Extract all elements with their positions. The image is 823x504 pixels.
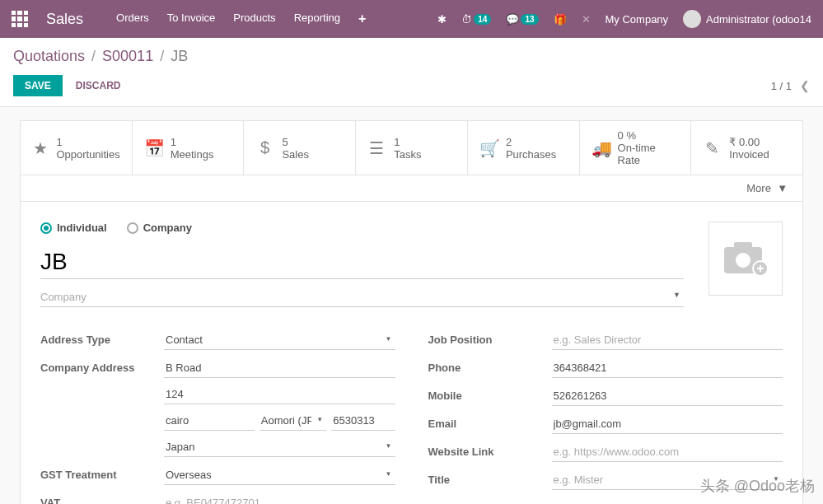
gift-icon[interactable]: 🎁 <box>554 13 567 26</box>
top-navbar: Sales Orders To Invoice Products Reporti… <box>0 0 823 38</box>
tasks-icon: ☰ <box>367 138 386 158</box>
breadcrumb-mid[interactable]: S00011 <box>102 48 153 65</box>
stat-invoiced[interactable]: ✎₹ 0.00Invoiced <box>691 121 802 175</box>
star-icon: ★ <box>32 138 48 158</box>
state-select[interactable] <box>260 411 326 431</box>
email-input[interactable] <box>552 414 783 434</box>
street2-input[interactable] <box>164 385 395 404</box>
zip-input[interactable] <box>331 411 395 431</box>
user-menu[interactable]: Administrator (odoo14 <box>683 10 811 28</box>
apps-icon[interactable] <box>12 11 28 27</box>
tools-icon[interactable]: ✕ <box>582 13 591 26</box>
nav-reporting[interactable]: Reporting <box>294 12 340 26</box>
radio-company[interactable]: Company <box>127 222 192 234</box>
discard-button[interactable]: DISCARD <box>76 80 121 91</box>
control-panel: Quotations / S00011 / JB SAVE DISCARD 1 … <box>0 38 823 107</box>
stat-tasks[interactable]: ☰1Tasks <box>356 121 468 175</box>
avatar-icon <box>683 10 701 28</box>
city-input[interactable] <box>164 411 255 431</box>
cart-icon: 🛒 <box>479 138 498 158</box>
label-mobile: Mobile <box>428 386 552 402</box>
watermark: 头条 @Odoo老杨 <box>700 476 815 496</box>
mobile-input[interactable] <box>552 386 783 406</box>
label-phone: Phone <box>428 358 552 374</box>
country-select[interactable] <box>164 437 395 457</box>
pager-prev-icon[interactable]: ❮ <box>800 79 810 92</box>
dollar-icon: $ <box>255 138 274 157</box>
address-type-select[interactable] <box>164 330 395 350</box>
nav-to-invoice[interactable]: To Invoice <box>167 12 216 26</box>
truck-icon: 🚚 <box>592 138 610 158</box>
nav-products[interactable]: Products <box>233 12 275 26</box>
company-select[interactable]: Company <box>40 287 684 307</box>
activities-icon[interactable]: ⏱14 <box>461 13 491 26</box>
app-title[interactable]: Sales <box>46 11 83 28</box>
stat-buttons: ★1Opportunities 📅1Meetings $5Sales ☰1Tas… <box>20 120 803 175</box>
stat-ontime[interactable]: 🚚0 %On-time Rate <box>580 121 692 175</box>
label-website: Website Link <box>428 442 552 458</box>
svg-rect-1 <box>734 242 752 250</box>
discuss-icon[interactable]: 💬13 <box>506 13 538 26</box>
nav-menu: Orders To Invoice Products Reporting + <box>116 12 366 26</box>
pager-text: 1 / 1 <box>771 80 792 92</box>
camera-icon <box>722 240 769 277</box>
navbar-right: ✱ ⏱14 💬13 🎁 ✕ My Company Administrator (… <box>437 10 811 28</box>
tags-select[interactable] <box>552 498 783 504</box>
label-job: Job Position <box>428 330 552 346</box>
label-email: Email <box>428 414 552 430</box>
stat-meetings[interactable]: 📅1Meetings <box>133 121 245 175</box>
nav-plus-icon[interactable]: + <box>358 12 366 26</box>
breadcrumb: Quotations / S00011 / JB <box>13 48 810 65</box>
radio-individual[interactable]: Individual <box>40 222 107 234</box>
label-address-type: Address Type <box>40 330 164 346</box>
pencil-icon: ✎ <box>703 138 721 158</box>
website-input[interactable] <box>552 442 783 462</box>
label-company-address: Company Address <box>40 358 164 374</box>
job-input[interactable] <box>552 330 783 350</box>
form-sheet: Individual Company Company Address Type … <box>20 202 803 504</box>
image-upload[interactable] <box>708 222 783 296</box>
pager: 1 / 1 ❮ <box>771 79 810 92</box>
vat-input[interactable] <box>164 493 395 504</box>
save-button[interactable]: SAVE <box>13 75 63 96</box>
name-input[interactable] <box>40 245 684 279</box>
phone-input[interactable] <box>552 358 783 378</box>
label-tags: Tags <box>428 498 552 504</box>
stat-opportunities[interactable]: ★1Opportunities <box>21 121 133 175</box>
label-gst: GST Treatment <box>40 465 164 481</box>
company-switcher[interactable]: My Company <box>606 13 669 26</box>
stat-purchases[interactable]: 🛒2Purchases <box>468 121 580 175</box>
breadcrumb-current: JB <box>171 48 188 65</box>
nav-orders[interactable]: Orders <box>116 12 149 26</box>
label-vat: VAT <box>40 493 164 504</box>
label-title: Title <box>428 470 552 486</box>
calendar-icon: 📅 <box>144 138 162 158</box>
gst-select[interactable] <box>164 465 395 485</box>
debug-icon[interactable]: ✱ <box>437 13 447 26</box>
stat-more-button[interactable]: More ▼ <box>746 182 788 194</box>
breadcrumb-root[interactable]: Quotations <box>13 48 85 65</box>
street-input[interactable] <box>164 358 395 378</box>
stat-sales[interactable]: $5Sales <box>244 121 356 175</box>
svg-point-2 <box>736 253 751 268</box>
